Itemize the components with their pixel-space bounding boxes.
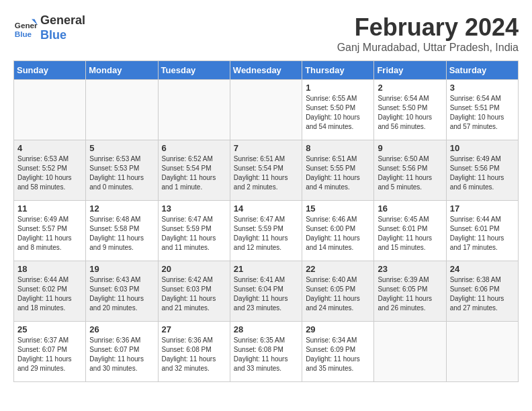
day-number: 20: [162, 264, 226, 274]
calendar-cell: 7Sunrise: 6:51 AM Sunset: 5:54 PM Daylig…: [230, 140, 302, 201]
calendar-cell: [14, 80, 86, 140]
calendar-cell: 3Sunrise: 6:54 AM Sunset: 5:51 PM Daylig…: [446, 80, 518, 140]
month-title: February 2024: [337, 13, 519, 42]
cell-info: Sunrise: 6:48 AM Sunset: 5:58 PM Dayligh…: [89, 215, 154, 253]
calendar-cell: 18Sunrise: 6:44 AM Sunset: 6:02 PM Dayli…: [14, 261, 86, 322]
calendar-cell: 29Sunrise: 6:34 AM Sunset: 6:09 PM Dayli…: [302, 322, 374, 382]
day-number: 10: [450, 143, 515, 153]
cell-info: Sunrise: 6:45 AM Sunset: 6:01 PM Dayligh…: [378, 215, 442, 253]
calendar-cell: 22Sunrise: 6:40 AM Sunset: 6:05 PM Dayli…: [302, 261, 374, 322]
calendar-cell: [374, 322, 446, 382]
calendar-cell: 21Sunrise: 6:41 AM Sunset: 6:04 PM Dayli…: [230, 261, 302, 322]
cell-info: Sunrise: 6:54 AM Sunset: 5:51 PM Dayligh…: [450, 94, 515, 132]
week-row-2: 4Sunrise: 6:53 AM Sunset: 5:52 PM Daylig…: [14, 140, 519, 201]
calendar-cell: 1Sunrise: 6:55 AM Sunset: 5:50 PM Daylig…: [302, 80, 374, 140]
cell-info: Sunrise: 6:47 AM Sunset: 5:59 PM Dayligh…: [234, 215, 298, 253]
calendar-cell: 28Sunrise: 6:35 AM Sunset: 6:08 PM Dayli…: [230, 322, 302, 382]
day-number: 18: [17, 264, 82, 274]
calendar-cell: 6Sunrise: 6:52 AM Sunset: 5:54 PM Daylig…: [158, 140, 230, 201]
svg-text:Blue: Blue: [15, 29, 32, 38]
day-number: 17: [450, 203, 515, 214]
cell-info: Sunrise: 6:51 AM Sunset: 5:55 PM Dayligh…: [306, 154, 370, 192]
cell-info: Sunrise: 6:36 AM Sunset: 6:08 PM Dayligh…: [162, 336, 226, 373]
week-row-3: 11Sunrise: 6:49 AM Sunset: 5:57 PM Dayli…: [14, 201, 519, 261]
calendar-cell: 5Sunrise: 6:53 AM Sunset: 5:53 PM Daylig…: [86, 140, 158, 201]
col-header-thursday: Thursday: [302, 61, 374, 80]
cell-info: Sunrise: 6:36 AM Sunset: 6:07 PM Dayligh…: [89, 336, 154, 373]
cell-info: Sunrise: 6:34 AM Sunset: 6:09 PM Dayligh…: [306, 336, 370, 373]
calendar-table: SundayMondayTuesdayWednesdayThursdayFrid…: [13, 60, 519, 382]
calendar-cell: 19Sunrise: 6:43 AM Sunset: 6:03 PM Dayli…: [86, 261, 158, 322]
day-number: 1: [306, 83, 370, 93]
logo-icon: General Blue: [13, 16, 38, 40]
col-header-wednesday: Wednesday: [230, 61, 302, 80]
title-block: February 2024 Ganj Muradabad, Uttar Prad…: [337, 13, 519, 54]
cell-info: Sunrise: 6:53 AM Sunset: 5:53 PM Dayligh…: [89, 154, 154, 192]
cell-info: Sunrise: 6:38 AM Sunset: 6:06 PM Dayligh…: [450, 275, 515, 313]
day-number: 28: [234, 324, 298, 334]
cell-info: Sunrise: 6:37 AM Sunset: 6:07 PM Dayligh…: [17, 336, 82, 373]
day-number: 16: [378, 203, 442, 214]
cell-info: Sunrise: 6:44 AM Sunset: 6:01 PM Dayligh…: [450, 215, 515, 253]
cell-info: Sunrise: 6:40 AM Sunset: 6:05 PM Dayligh…: [306, 275, 370, 313]
cell-info: Sunrise: 6:49 AM Sunset: 5:57 PM Dayligh…: [17, 215, 82, 253]
col-header-saturday: Saturday: [446, 61, 518, 80]
day-number: 29: [306, 324, 370, 334]
svg-text:General: General: [15, 21, 38, 30]
logo-text: General Blue: [40, 13, 85, 42]
calendar-cell: [230, 80, 302, 140]
week-row-5: 25Sunrise: 6:37 AM Sunset: 6:07 PM Dayli…: [14, 322, 519, 382]
cell-info: Sunrise: 6:51 AM Sunset: 5:54 PM Dayligh…: [234, 154, 298, 192]
calendar-cell: 15Sunrise: 6:46 AM Sunset: 6:00 PM Dayli…: [302, 201, 374, 261]
cell-info: Sunrise: 6:43 AM Sunset: 6:03 PM Dayligh…: [89, 275, 154, 313]
day-number: 22: [306, 264, 370, 274]
calendar-cell: 25Sunrise: 6:37 AM Sunset: 6:07 PM Dayli…: [14, 322, 86, 382]
cell-info: Sunrise: 6:42 AM Sunset: 6:03 PM Dayligh…: [162, 275, 226, 313]
col-header-tuesday: Tuesday: [158, 61, 230, 80]
day-number: 23: [378, 264, 442, 274]
cell-info: Sunrise: 6:55 AM Sunset: 5:50 PM Dayligh…: [306, 94, 370, 132]
header-row: SundayMondayTuesdayWednesdayThursdayFrid…: [14, 61, 519, 80]
day-number: 8: [306, 143, 370, 153]
calendar-cell: 17Sunrise: 6:44 AM Sunset: 6:01 PM Dayli…: [446, 201, 518, 261]
calendar-cell: 14Sunrise: 6:47 AM Sunset: 5:59 PM Dayli…: [230, 201, 302, 261]
cell-info: Sunrise: 6:44 AM Sunset: 6:02 PM Dayligh…: [17, 275, 82, 313]
week-row-1: 1Sunrise: 6:55 AM Sunset: 5:50 PM Daylig…: [14, 80, 519, 140]
day-number: 14: [234, 203, 298, 214]
col-header-sunday: Sunday: [14, 61, 86, 80]
day-number: 21: [234, 264, 298, 274]
calendar-cell: 24Sunrise: 6:38 AM Sunset: 6:06 PM Dayli…: [446, 261, 518, 322]
day-number: 11: [17, 203, 82, 214]
calendar-cell: 11Sunrise: 6:49 AM Sunset: 5:57 PM Dayli…: [14, 201, 86, 261]
calendar-cell: 8Sunrise: 6:51 AM Sunset: 5:55 PM Daylig…: [302, 140, 374, 201]
cell-info: Sunrise: 6:47 AM Sunset: 5:59 PM Dayligh…: [162, 215, 226, 253]
calendar-cell: 27Sunrise: 6:36 AM Sunset: 6:08 PM Dayli…: [158, 322, 230, 382]
calendar-cell: [158, 80, 230, 140]
cell-info: Sunrise: 6:50 AM Sunset: 5:56 PM Dayligh…: [378, 154, 442, 192]
day-number: 6: [162, 143, 226, 153]
cell-info: Sunrise: 6:53 AM Sunset: 5:52 PM Dayligh…: [17, 154, 82, 192]
cell-info: Sunrise: 6:41 AM Sunset: 6:04 PM Dayligh…: [234, 275, 298, 313]
cell-info: Sunrise: 6:46 AM Sunset: 6:00 PM Dayligh…: [306, 215, 370, 253]
calendar-cell: 12Sunrise: 6:48 AM Sunset: 5:58 PM Dayli…: [86, 201, 158, 261]
day-number: 5: [89, 143, 154, 153]
calendar-cell: [446, 322, 518, 382]
day-number: 7: [234, 143, 298, 153]
cell-info: Sunrise: 6:49 AM Sunset: 5:56 PM Dayligh…: [450, 154, 515, 192]
calendar-cell: 13Sunrise: 6:47 AM Sunset: 5:59 PM Dayli…: [158, 201, 230, 261]
day-number: 27: [162, 324, 226, 334]
cell-info: Sunrise: 6:35 AM Sunset: 6:08 PM Dayligh…: [234, 336, 298, 373]
day-number: 24: [450, 264, 515, 274]
calendar-cell: [86, 80, 158, 140]
cell-info: Sunrise: 6:39 AM Sunset: 6:05 PM Dayligh…: [378, 275, 442, 313]
calendar-cell: 16Sunrise: 6:45 AM Sunset: 6:01 PM Dayli…: [374, 201, 446, 261]
calendar-cell: 2Sunrise: 6:54 AM Sunset: 5:50 PM Daylig…: [374, 80, 446, 140]
col-header-friday: Friday: [374, 61, 446, 80]
page-header: General Blue General Blue February 2024 …: [13, 13, 519, 54]
calendar-cell: 4Sunrise: 6:53 AM Sunset: 5:52 PM Daylig…: [14, 140, 86, 201]
day-number: 13: [162, 203, 226, 214]
day-number: 25: [17, 324, 82, 334]
day-number: 12: [89, 203, 154, 214]
col-header-monday: Monday: [86, 61, 158, 80]
calendar-cell: 26Sunrise: 6:36 AM Sunset: 6:07 PM Dayli…: [86, 322, 158, 382]
